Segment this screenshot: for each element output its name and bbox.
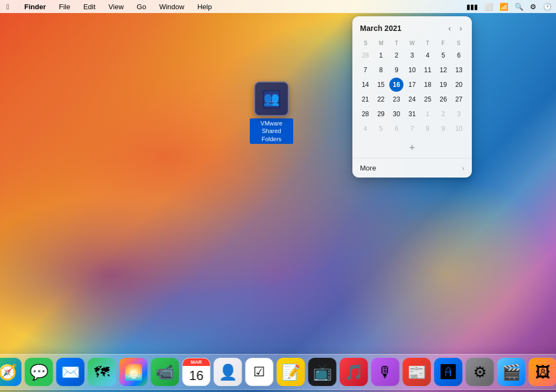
cal-day[interactable]: 28 (358, 48, 372, 62)
control-center-icon[interactable]: ⬜ (484, 3, 493, 11)
calendar-icon: MAR 16 (182, 358, 211, 386)
day-header-f: F (435, 39, 451, 47)
cal-day[interactable]: 1 (374, 48, 388, 62)
dock-item-calendar[interactable]: MAR 16 (182, 358, 211, 386)
dock: 😀 🚀 🧭 💬 ✉️ 🗺 🌅 📹 (0, 354, 556, 390)
cal-day[interactable]: 7 (358, 63, 372, 77)
calendar-nav: ‹ › (446, 23, 464, 34)
messages-icon: 💬 (25, 358, 53, 386)
cal-day[interactable]: 4 (358, 122, 372, 136)
cal-day[interactable]: 1 (421, 107, 435, 121)
mail-icon: ✉️ (56, 358, 85, 386)
maps-icon: 🗺 (88, 358, 116, 386)
dock-item-appstore[interactable]: 🅰 (434, 358, 463, 386)
cal-day[interactable]: 24 (405, 92, 419, 106)
cal-day[interactable]: 27 (452, 92, 466, 106)
calendar-more-label: More (360, 164, 376, 172)
cal-day[interactable]: 20 (452, 78, 466, 92)
dock-item-news[interactable]: 📰 (403, 358, 431, 386)
cal-day-today[interactable]: 16 (389, 78, 403, 92)
wifi-icon[interactable]: 📶 (500, 3, 508, 11)
app-name[interactable]: Finder (22, 2, 48, 12)
search-icon[interactable]: 🔍 (515, 3, 523, 11)
cal-day[interactable]: 25 (421, 92, 435, 106)
cal-day[interactable]: 6 (389, 122, 403, 136)
battery-icon: ▮▮▮ (466, 3, 478, 11)
svg-point-2 (266, 94, 270, 99)
cal-day[interactable]: 22 (374, 92, 388, 106)
cal-day[interactable]: 2 (389, 48, 403, 62)
cal-day[interactable]: 12 (436, 63, 450, 77)
cal-day[interactable]: 29 (374, 107, 388, 121)
dock-item-music[interactable]: 🎵 (340, 358, 368, 386)
cal-day[interactable]: 23 (389, 92, 403, 106)
dock-item-messages[interactable]: 💬 (25, 358, 53, 386)
cal-day[interactable]: 8 (421, 122, 435, 136)
cal-day[interactable]: 21 (358, 92, 372, 106)
dock-item-contacts[interactable]: 👤 (214, 358, 242, 386)
dock-item-photos[interactable]: 🌅 (119, 358, 148, 386)
appletv-icon: 📺 (308, 358, 337, 386)
menubar-left:  Finder File Edit View Go Window Help (4, 2, 214, 12)
cal-day[interactable]: 31 (405, 107, 419, 121)
dock-item-safari[interactable]: 🧭 (0, 358, 22, 386)
notes-icon: 📝 (277, 358, 305, 386)
calendar-add-button[interactable]: + (352, 140, 472, 158)
dock-item-settings[interactable]: ⚙ (466, 358, 494, 386)
cal-day[interactable]: 15 (374, 78, 388, 92)
menu-help[interactable]: Help (195, 2, 214, 12)
desktop (0, 0, 556, 392)
cal-day[interactable]: 18 (421, 78, 435, 92)
cal-day[interactable]: 11 (421, 63, 435, 77)
cal-day[interactable]: 7 (405, 122, 419, 136)
day-header-t1: T (389, 39, 405, 47)
dock-item-appletv[interactable]: 📺 (308, 358, 337, 386)
svg-point-3 (273, 94, 277, 99)
day-header-w: W (405, 39, 420, 47)
dock-item-podcasts[interactable]: 🎙 (371, 358, 400, 386)
menu-file[interactable]: File (56, 2, 72, 12)
cal-day[interactable]: 14 (358, 78, 372, 92)
menu-window[interactable]: Window (157, 2, 186, 12)
cal-day[interactable]: 13 (452, 63, 466, 77)
calendar-more-button[interactable]: More › (352, 158, 472, 178)
dock-item-imovie[interactable]: 🎬 (497, 358, 526, 386)
controls-icon[interactable]: ⚙ (530, 3, 536, 11)
cal-day[interactable]: 2 (436, 107, 450, 121)
apple-menu[interactable]:  (4, 2, 11, 12)
cal-day[interactable]: 17 (405, 78, 419, 92)
dock-item-maps[interactable]: 🗺 (88, 358, 116, 386)
cal-day[interactable]: 19 (436, 78, 450, 92)
cal-day[interactable]: 9 (436, 122, 450, 136)
cal-day[interactable]: 4 (421, 48, 435, 62)
menu-edit[interactable]: Edit (81, 2, 97, 12)
cal-day[interactable]: 3 (452, 107, 466, 121)
cal-day[interactable]: 30 (389, 107, 403, 121)
cal-day[interactable]: 26 (436, 92, 450, 106)
safari-icon: 🧭 (0, 358, 22, 386)
news-icon: 📰 (403, 358, 431, 386)
dock-item-mail[interactable]: ✉️ (56, 358, 85, 386)
cal-day[interactable]: 5 (374, 122, 388, 136)
menu-go[interactable]: Go (135, 2, 148, 12)
dock-item-notes[interactable]: 📝 (277, 358, 305, 386)
dock-item-reminders[interactable]: ☑ (245, 358, 274, 386)
dock-item-preview[interactable]: 🖼 (529, 358, 557, 386)
calendar-prev-button[interactable]: ‹ (446, 23, 453, 34)
cal-day[interactable]: 8 (374, 63, 388, 77)
cal-day[interactable]: 6 (452, 48, 466, 62)
cal-day[interactable]: 9 (389, 63, 403, 77)
calendar-days-header: S M T W T F S (358, 39, 466, 47)
cal-day[interactable]: 10 (405, 63, 419, 77)
calendar-next-button[interactable]: › (457, 23, 464, 34)
menubar:  Finder File Edit View Go Window Help ▮… (0, 0, 556, 13)
calendar-header: March 2021 ‹ › (352, 16, 472, 37)
dock-item-facetime[interactable]: 📹 (151, 358, 179, 386)
menu-view[interactable]: View (106, 2, 126, 12)
cal-day[interactable]: 10 (452, 122, 466, 136)
cal-day[interactable]: 28 (358, 107, 372, 121)
settings-icon: ⚙ (466, 358, 494, 386)
vmware-shared-folders-icon[interactable]: VMware Shared Folders (250, 81, 293, 144)
cal-day[interactable]: 3 (405, 48, 419, 62)
cal-day[interactable]: 5 (436, 48, 450, 62)
